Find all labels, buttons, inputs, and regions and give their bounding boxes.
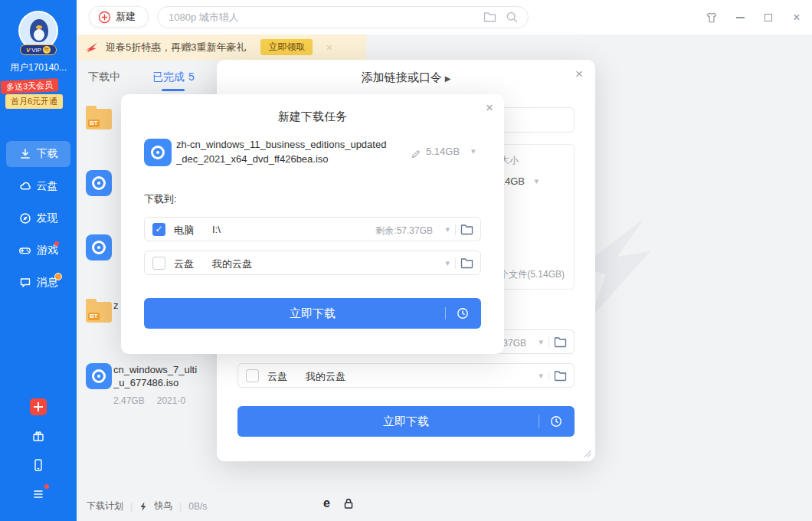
- sidebar-item-cloud[interactable]: 云盘: [6, 173, 70, 199]
- save-to-cloud-row: 云盘 我的云盘 ▾: [237, 363, 575, 388]
- sidebar-nav: 下载 云盘 发现 游戏 消息: [0, 141, 77, 302]
- new-task-button[interactable]: 新建: [89, 6, 149, 28]
- vip-v: V: [26, 47, 30, 54]
- notification-badge: [54, 273, 62, 280]
- promo-banner: 迎春5折特惠，再赠3重新年豪礼 立即领取 ×: [77, 34, 366, 60]
- space-remaining: 剩余:57.37GB: [375, 224, 433, 238]
- minimize-button[interactable]: [734, 11, 746, 24]
- tab-completed[interactable]: 已完成 5: [152, 70, 195, 84]
- sidebar-item-messages[interactable]: 消息: [6, 270, 70, 296]
- tab-downloading[interactable]: 下载中: [88, 70, 120, 84]
- folder-icon[interactable]: [554, 370, 567, 382]
- mobile-button[interactable]: [30, 457, 47, 473]
- lock-icon[interactable]: [343, 497, 354, 510]
- chevron-right-icon[interactable]: ▶: [445, 74, 451, 83]
- avatar-graphic-beak: [36, 25, 42, 29]
- chevron-down-icon[interactable]: ▾: [539, 371, 543, 381]
- chevron-down-icon[interactable]: ▾: [445, 258, 450, 268]
- notification-dot: [44, 484, 49, 489]
- file-name: cn_windows_7_ulti _u_677486.iso: [113, 363, 216, 389]
- gift-icon: [31, 429, 45, 443]
- tab-active-indicator: [162, 89, 185, 91]
- app-window: V VIP 年 用户170140... 多送3天会员 首月6元开通 下载 云盘 …: [0, 0, 812, 521]
- promo-text: 迎春5折特惠，再赠3重新年豪礼: [106, 41, 246, 54]
- hamburger-icon: [31, 487, 45, 501]
- sidebar-tools: [0, 398, 77, 503]
- drive-label: 电脑: [174, 224, 194, 238]
- chevron-down-icon[interactable]: ▾: [539, 337, 543, 347]
- vip-label: VIP: [31, 47, 41, 54]
- chevron-down-icon[interactable]: ▾: [471, 146, 476, 156]
- subscribe-promo[interactable]: 首月6元开通: [5, 94, 63, 109]
- download-now-label: 立即下载: [290, 306, 336, 321]
- new-task-dialog: × 新建下载任务 zh-cn_windows_11_business_editi…: [121, 94, 504, 354]
- vip-badge[interactable]: V VIP 年: [20, 44, 57, 55]
- window-controls: ×: [706, 0, 803, 34]
- divider: [455, 224, 456, 235]
- sidebar-item-download[interactable]: 下载: [6, 141, 70, 167]
- separator: |: [130, 501, 133, 512]
- folder-icon[interactable]: [554, 336, 567, 348]
- compass-icon: [19, 212, 31, 224]
- schedule-clock-icon[interactable]: [549, 415, 563, 428]
- schedule-clock-icon[interactable]: [456, 306, 470, 320]
- download-tabs: 下载中 已完成 5: [88, 70, 195, 84]
- apps-icon: [30, 398, 47, 415]
- gamepad-icon: [18, 244, 31, 257]
- claim-button[interactable]: 立即领取: [260, 39, 313, 55]
- bt-tag: BT: [88, 120, 100, 127]
- download-plan[interactable]: 下载计划: [87, 500, 123, 513]
- folder-icon[interactable]: [460, 224, 473, 235]
- maximize-button[interactable]: [762, 11, 774, 24]
- chat-icon: [19, 277, 31, 289]
- speed-mode[interactable]: 快鸟: [154, 500, 172, 513]
- list-item[interactable]: cn_windows_7_ulti _u_677486.iso 2.47GB 2…: [86, 363, 218, 389]
- skin-icon[interactable]: [706, 11, 718, 24]
- save-to-computer-row: ✓ 电脑 I:\ 剩余:57.37GB ▾: [144, 217, 481, 241]
- tab-label: 下载中: [88, 70, 120, 84]
- bt-folder-icon: BT: [86, 109, 112, 129]
- cloud-checkbox[interactable]: [152, 257, 165, 270]
- cloud-icon: [19, 180, 31, 192]
- search-icon[interactable]: [506, 11, 519, 24]
- close-window-button[interactable]: ×: [791, 11, 803, 24]
- download-now-button[interactable]: 立即下载: [144, 298, 481, 329]
- file-date: 2021-0: [157, 395, 185, 406]
- drive-path: 我的云盘: [306, 370, 345, 384]
- download-icon: [19, 148, 31, 160]
- minimize-icon: [736, 17, 745, 18]
- chevron-down-icon[interactable]: ▾: [534, 176, 539, 186]
- open-folder-icon[interactable]: [483, 11, 496, 23]
- computer-checkbox[interactable]: ✓: [152, 223, 165, 236]
- apps-button[interactable]: [30, 398, 47, 415]
- iso-disc-icon: [86, 234, 112, 260]
- search-bar[interactable]: 1080p 城市猎人: [157, 6, 529, 28]
- sidebar-item-games[interactable]: 游戏: [6, 238, 70, 264]
- drive-path: I:\: [212, 224, 221, 235]
- edit-pencil-icon[interactable]: [411, 149, 421, 159]
- task-file-size: 5.14GB: [426, 146, 460, 157]
- gift-button[interactable]: [30, 428, 47, 444]
- bt-tag: BT: [88, 313, 100, 320]
- sidebar-item-discover[interactable]: 发现: [6, 205, 70, 231]
- phone-icon: [31, 458, 45, 472]
- sidebar: V VIP 年 用户170140... 多送3天会员 首月6元开通 下载 云盘 …: [0, 0, 77, 521]
- iso-disc-icon: [144, 139, 172, 166]
- close-banner-icon[interactable]: ×: [326, 41, 332, 54]
- chevron-down-icon[interactable]: ▾: [445, 224, 450, 234]
- bottom-toolbar: e: [323, 497, 354, 510]
- status-bar: 下载计划 | 快鸟 | 0B/s: [87, 500, 207, 513]
- download-now-button[interactable]: 立即下载: [237, 406, 575, 437]
- new-task-label: 新建: [116, 10, 136, 24]
- dialog-title: 添加链接或口令▶: [217, 70, 595, 85]
- menu-button[interactable]: [30, 486, 47, 503]
- member-ribbon[interactable]: 多送3天会员: [1, 78, 59, 94]
- folder-icon[interactable]: [460, 257, 473, 269]
- divider: [539, 415, 539, 428]
- resize-grip[interactable]: [584, 450, 591, 457]
- cloud-checkbox[interactable]: [246, 369, 259, 382]
- close-dialog-icon[interactable]: ×: [575, 67, 583, 80]
- divider: [548, 337, 549, 348]
- browser-icon[interactable]: e: [323, 497, 330, 510]
- search-input[interactable]: 1080p 城市猎人: [169, 11, 474, 25]
